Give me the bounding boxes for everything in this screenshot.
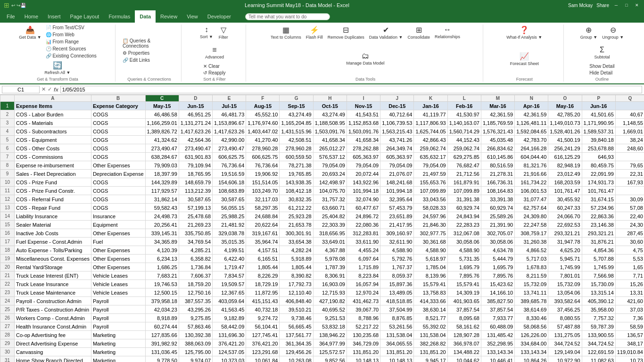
- cell-row20-col4[interactable]: 1,719.47: [213, 263, 246, 272]
- cell-row9-col16[interactable]: 22,31: [615, 170, 644, 178]
- cell-row7-col9[interactable]: 605,363.97: [380, 153, 414, 161]
- cell-row15-col8[interactable]: 22,080.36: [347, 221, 380, 229]
- cell-row18-col11[interactable]: 4,588.90: [447, 246, 481, 255]
- cell-row6-col1[interactable]: COGS: [91, 144, 145, 153]
- hide-detail-button[interactable]: Hide Detail: [588, 70, 616, 76]
- cell-row15-col16[interactable]: 24,30: [615, 221, 644, 229]
- cell-row27-col12[interactable]: 60,488.09: [481, 322, 514, 331]
- cell-row9-col4[interactable]: 19,516.59: [213, 170, 246, 178]
- cell-row25-col6[interactable]: 39,510.21: [280, 305, 313, 314]
- cell-row20-col13[interactable]: 1,678.83: [515, 263, 548, 272]
- cell-row4-col16[interactable]: 1,669,01: [615, 127, 644, 136]
- cell-row23-col7[interactable]: 12,715.93: [313, 288, 347, 297]
- cell-row5-col15[interactable]: 39,840.18: [582, 136, 615, 144]
- cell-row7-col2[interactable]: 638,284.67: [145, 153, 179, 161]
- cell-row18-col13[interactable]: 4,866.52: [515, 246, 548, 255]
- cell-row28-col3[interactable]: 130,392.38: [179, 331, 212, 339]
- clear-button[interactable]: ✕ Clear: [202, 63, 227, 69]
- cell-row18-col15[interactable]: 4,854.36: [582, 246, 615, 255]
- col-header-Q[interactable]: Q: [615, 95, 644, 102]
- cell-row11-col5[interactable]: 103,249.70: [246, 187, 280, 195]
- cell-row27-col3[interactable]: 57,863.46: [179, 322, 212, 331]
- cell-row8-col13[interactable]: 81,321.76: [515, 161, 548, 170]
- cell-row3-col16[interactable]: 1,148,55: [615, 119, 644, 127]
- formula-input[interactable]: [60, 86, 642, 93]
- cell-row16-col11[interactable]: 312,067.08: [447, 229, 481, 238]
- recent-sources-button[interactable]: 🕐 Recent Sources: [44, 46, 98, 52]
- cell-row6-col7[interactable]: 265,012.27: [313, 144, 347, 153]
- cell-row2-col3[interactable]: 46,951.25: [179, 110, 212, 119]
- cell-row14-col6[interactable]: 25,923.28: [280, 212, 313, 221]
- cell-row16-col13[interactable]: 308,759.17: [515, 229, 548, 238]
- cell-row26-col6[interactable]: 9,738.46: [280, 314, 313, 322]
- row-header-6[interactable]: 6: [0, 144, 15, 153]
- cell-row6-col6[interactable]: 278,960.28: [280, 144, 313, 153]
- cell-row6-col4[interactable]: 273,490.47: [213, 144, 246, 153]
- cell-row6-col5[interactable]: 278,960.28: [246, 144, 280, 153]
- close-btn[interactable]: ✕: [634, 2, 640, 8]
- cell-row25-col16[interactable]: 37,03: [615, 305, 644, 314]
- cell-row12-col7[interactable]: 31,757.32: [313, 195, 347, 204]
- cell-row16-col16[interactable]: 287,45: [615, 229, 644, 238]
- cell-row20-col11[interactable]: 1,695.79: [447, 263, 481, 272]
- cell-row26-col9[interactable]: 8,876.85: [380, 314, 414, 322]
- cell-row23-col13[interactable]: 13,741.11: [515, 288, 548, 297]
- cell-row2-col14[interactable]: 42,785.20: [548, 110, 582, 119]
- cell-row7-col3[interactable]: 631,901.83: [179, 153, 212, 161]
- cell-row2-col4[interactable]: 46,481.73: [213, 110, 246, 119]
- cell-row14-col1[interactable]: Insurance: [91, 212, 145, 221]
- cell-row20-col0[interactable]: Rental Yard/Storage: [15, 263, 91, 272]
- col-header-D[interactable]: D: [179, 95, 212, 102]
- cell-row12-col11[interactable]: 31,391.38: [447, 195, 481, 204]
- edit-links-button[interactable]: 🔗 Edit Links: [121, 57, 177, 63]
- cell-row16-col8[interactable]: 312,283.81: [347, 229, 380, 238]
- cell-row9-col5[interactable]: 19,906.92: [246, 170, 280, 178]
- cell-row29-col9[interactable]: 364,065.55: [380, 339, 414, 348]
- cell-row3-col4[interactable]: 1,153,896.67: [213, 119, 246, 127]
- cell-row12-col15[interactable]: 31,674.15: [582, 195, 615, 204]
- cell-row14-col11[interactable]: 24,843.94: [447, 212, 481, 221]
- cell-row6-col12[interactable]: 266,834.62: [481, 144, 514, 153]
- cell-row11-col4[interactable]: 108,683.89: [213, 187, 246, 195]
- row-header-30[interactable]: 30: [0, 348, 15, 356]
- cell-row11-col7[interactable]: 104,075.70: [313, 187, 347, 195]
- cell-row21-col10[interactable]: 8,139.96: [414, 272, 447, 280]
- cell-row8-col4[interactable]: 76,736.64: [213, 161, 246, 170]
- cell-row30-col5[interactable]: 123,291.68: [246, 348, 280, 356]
- cell-row11-col6[interactable]: 108,412.18: [280, 187, 313, 195]
- cell-row28-col14[interactable]: 131,275.05: [548, 331, 582, 339]
- cell-row23-col9[interactable]: 13,489.05: [380, 288, 414, 297]
- cell-row10-col10[interactable]: 155,653.76: [414, 178, 447, 187]
- row-header-4[interactable]: 4: [0, 127, 15, 136]
- cell-row4-col8[interactable]: 1,503,091.76: [347, 127, 380, 136]
- cell-row2-col1[interactable]: COGS: [91, 110, 145, 119]
- cell-row21-col13[interactable]: 8,211.59: [515, 272, 548, 280]
- cell-row8-col6[interactable]: 78,271.38: [280, 161, 313, 170]
- cell-row10-col5[interactable]: 151,514.05: [246, 178, 280, 187]
- cell-row3-col7[interactable]: 1,188,508.95: [313, 119, 347, 127]
- cell-row11-col14[interactable]: 101,761.47: [548, 187, 582, 195]
- cell-row13-col5[interactable]: 58,297.35: [246, 204, 280, 212]
- cell-row28-col2[interactable]: 127,835.66: [145, 331, 179, 339]
- cell-row13-col2[interactable]: 59,582.43: [145, 204, 179, 212]
- cell-row21-col14[interactable]: 7,801.01: [548, 272, 582, 280]
- cell-row16-col1[interactable]: Other Expenses: [91, 229, 145, 238]
- cell-row17-col1[interactable]: Fuel: [91, 238, 145, 246]
- row-header-26[interactable]: 26: [0, 314, 15, 322]
- cell-row22-col0[interactable]: Truck Lease Insurance: [15, 280, 91, 288]
- cell-row16-col3[interactable]: 335,750.85: [179, 229, 212, 238]
- cell-row5-col14[interactable]: 41,500.19: [548, 136, 582, 144]
- cell-row10-col11[interactable]: 161,879.91: [447, 178, 481, 187]
- cell-row30-col12[interactable]: 133,143.34: [481, 348, 514, 356]
- cell-row16-col4[interactable]: 329,038.78: [213, 229, 246, 238]
- cell-row23-col14[interactable]: 13,054.06: [548, 288, 582, 297]
- cell-M1[interactable]: Mar-16: [481, 102, 514, 110]
- cell-row20-col8[interactable]: 1,715.89: [347, 263, 380, 272]
- row-header-7[interactable]: 7: [0, 153, 15, 161]
- cell-row21-col2[interactable]: 7,683.21: [145, 272, 179, 280]
- cell-row15-col1[interactable]: Equipment: [91, 221, 145, 229]
- cell-row20-col6[interactable]: 1,805.44: [280, 263, 313, 272]
- cell-row22-col3[interactable]: 18,759.20: [179, 280, 212, 288]
- col-header-L[interactable]: L: [447, 95, 481, 102]
- cell-row28-col8[interactable]: 130,235.68: [347, 331, 380, 339]
